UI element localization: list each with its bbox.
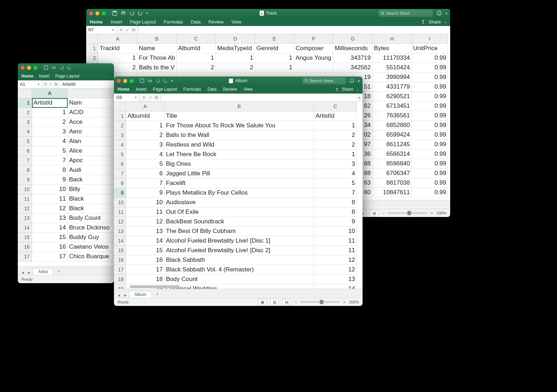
column-header[interactable]: A	[126, 102, 165, 111]
ribbon-tab-insert[interactable]: Insert	[39, 74, 50, 79]
row-header[interactable]: 9	[114, 188, 126, 198]
cell[interactable]: 5	[126, 159, 165, 169]
cell[interactable]: Alice	[68, 146, 114, 156]
cancel-formula-icon[interactable]: ✕	[142, 95, 146, 100]
cell[interactable]: 9	[314, 217, 357, 227]
row-header[interactable]: 6	[18, 146, 32, 156]
cell[interactable]: 0.99	[412, 73, 448, 82]
ribbon-tab-insert[interactable]: Insert	[110, 19, 122, 25]
cell[interactable]: 0.99	[412, 140, 448, 149]
cell[interactable]: 7	[126, 179, 165, 188]
cell[interactable]: Title	[165, 111, 314, 121]
cell[interactable]: Name	[137, 44, 177, 53]
cell[interactable]: Audioslave	[165, 198, 314, 207]
cell[interactable]: Aero	[68, 127, 114, 137]
cell[interactable]: 1	[177, 53, 216, 63]
cell[interactable]: AC/D	[68, 108, 114, 117]
zoom-out-button[interactable]: −	[295, 300, 297, 304]
formula-input[interactable]	[161, 94, 356, 101]
cell[interactable]: Back	[68, 175, 114, 185]
cell[interactable]: Angus Young	[294, 53, 333, 63]
select-all-corner[interactable]	[86, 34, 98, 44]
view-pagebreak-icon[interactable]: ▤	[370, 210, 379, 216]
sheet-tab[interactable]: Artist	[33, 268, 53, 275]
cell[interactable]: 10847611	[373, 188, 412, 197]
cell[interactable]: 2	[216, 63, 255, 73]
cell[interactable]: 14	[32, 223, 68, 233]
row-header[interactable]: 12	[18, 204, 32, 213]
row-header[interactable]: 3	[18, 117, 32, 127]
smiley-feedback-icon[interactable]	[349, 78, 354, 83]
row-header[interactable]: 3	[114, 131, 126, 140]
cell[interactable]: TrackId	[98, 44, 137, 53]
cell[interactable]: 7	[314, 188, 357, 198]
cell[interactable]: Jagged Little Pill	[165, 169, 314, 179]
cell[interactable]: 0.99	[412, 178, 448, 188]
cell[interactable]: 1	[126, 121, 165, 131]
undo-icon[interactable]	[156, 79, 160, 83]
ribbon-tab-view[interactable]: View	[243, 87, 253, 92]
cell[interactable]: Milliseconds	[333, 44, 373, 53]
cell[interactable]: Black Sabbath Vol. 4 (Remaster)	[165, 265, 314, 275]
undo-icon[interactable]	[129, 11, 134, 16]
ribbon-tab-review[interactable]: Review	[208, 19, 224, 25]
row-header[interactable]: 4	[114, 140, 126, 150]
undo-icon[interactable]	[59, 65, 64, 70]
cell[interactable]: BackBeat Soundtrack	[165, 217, 314, 227]
cell[interactable]: Nam	[68, 98, 114, 108]
qat-more-icon[interactable]: ▾	[146, 11, 148, 15]
cell[interactable]: 8	[32, 165, 68, 175]
redo-icon[interactable]	[67, 65, 72, 70]
cell[interactable]: Balls to the Wall	[165, 131, 314, 140]
row-header[interactable]: 16	[18, 242, 32, 252]
fx-icon[interactable]: fx	[132, 27, 135, 32]
chevron-down-icon[interactable]: ▾	[135, 96, 137, 99]
cell[interactable]: 0.99	[412, 92, 448, 101]
cell[interactable]: Black Sabbath	[165, 255, 314, 265]
cell[interactable]: Billy	[68, 185, 114, 194]
row-header[interactable]: 1	[18, 98, 32, 108]
cell[interactable]: AlbumId	[177, 44, 216, 53]
cell[interactable]: 0.99	[412, 101, 448, 111]
cell[interactable]: 11	[32, 194, 68, 204]
print-icon[interactable]	[121, 11, 126, 16]
cell[interactable]: 1	[32, 108, 68, 117]
cell[interactable]: Buddy Guy	[68, 233, 114, 242]
row-header[interactable]: 11	[18, 194, 32, 204]
sheet-nav-next[interactable]: ▸	[26, 270, 32, 275]
sheet-nav-prev[interactable]: ◂	[116, 293, 122, 298]
cell[interactable]: 1	[314, 121, 357, 131]
cell[interactable]: 5510424	[373, 63, 412, 73]
row-header[interactable]: 6	[114, 159, 126, 169]
cancel-formula-icon[interactable]: ✕	[44, 82, 47, 87]
cell[interactable]: Plays Metallica By Four Cellos	[165, 188, 314, 198]
row-header[interactable]: 17	[18, 252, 32, 261]
cell[interactable]: GenreId	[255, 44, 294, 53]
save-icon[interactable]	[44, 65, 48, 70]
row-header[interactable]: 9	[18, 175, 32, 185]
horizontal-scrollbar[interactable]	[128, 285, 363, 289]
row-header[interactable]: 16	[114, 255, 126, 265]
ribbon-tab-data[interactable]: Data	[208, 87, 217, 92]
zoom-level[interactable]: 200%	[349, 300, 359, 304]
row-header[interactable]: 10	[18, 185, 32, 194]
sheet-nav-prev[interactable]: ◂	[20, 270, 26, 275]
name-box[interactable]: G9 ▾	[114, 94, 139, 101]
cell[interactable]: 0.99	[412, 63, 448, 73]
cell[interactable]: 2	[314, 140, 357, 150]
cell[interactable]: 3	[32, 127, 68, 137]
cell[interactable]: Balls to the V	[137, 63, 177, 73]
print-icon[interactable]	[148, 79, 152, 83]
cell[interactable]: 12	[126, 217, 165, 227]
cell[interactable]: 342562	[333, 63, 373, 73]
cell[interactable]: 10	[314, 227, 357, 236]
zoom-slider[interactable]	[388, 212, 427, 214]
formula-input[interactable]: ArtistId	[60, 80, 114, 88]
row-header[interactable]: 18	[114, 275, 126, 284]
cell[interactable]: 0.99	[412, 121, 448, 130]
ribbon-tab-pagelayout[interactable]: Page Layout	[55, 74, 79, 79]
zoom-in-button[interactable]: +	[343, 300, 345, 304]
cell[interactable]: 6706347	[373, 169, 412, 178]
cell[interactable]: 0.99	[412, 111, 448, 121]
spreadsheet-grid[interactable]: ABC1AlbumIdTitleArtistId21For Those Abou…	[114, 102, 363, 289]
